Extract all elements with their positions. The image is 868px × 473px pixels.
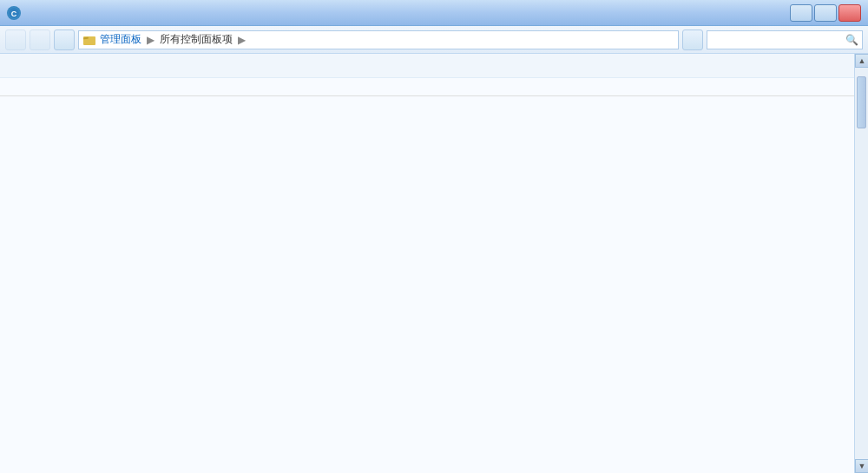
content-area — [0, 54, 854, 473]
close-button[interactable] — [838, 4, 861, 22]
window-icon: C — [7, 6, 21, 20]
minimize-button[interactable] — [790, 4, 812, 22]
view-header — [0, 54, 854, 78]
scroll-up-button[interactable]: ▲ — [855, 54, 868, 68]
refresh-button[interactable] — [682, 30, 703, 50]
svg-text:C: C — [11, 10, 17, 18]
forward-button[interactable] — [30, 30, 50, 50]
title-bar-controls — [790, 4, 861, 22]
title-bar-left: C — [7, 6, 26, 20]
up-button[interactable] — [54, 30, 75, 50]
nav-bar: 管理面板 ▶ 所有控制面板项 ▶ 🔍 — [0, 26, 868, 54]
watermark — [0, 28, 10, 31]
title-bar: C — [0, 0, 868, 26]
address-part-1: 管理面板 — [100, 32, 141, 47]
search-box[interactable]: 🔍 — [707, 30, 863, 49]
scroll-thumb[interactable] — [857, 76, 866, 128]
page-title — [0, 78, 854, 96]
folder-icon — [82, 33, 96, 47]
scroll-down-button[interactable]: ▼ — [855, 459, 868, 473]
restore-button[interactable] — [814, 4, 837, 22]
search-input[interactable] — [711, 35, 842, 45]
address-part-2: 所有控制面板项 — [160, 32, 233, 47]
scrollbar[interactable]: ▲ ▼ — [854, 54, 868, 473]
address-separator-2: ▶ — [238, 34, 246, 46]
back-button[interactable] — [5, 30, 26, 50]
main-area: ▲ ▼ — [0, 54, 868, 473]
address-bar[interactable]: 管理面板 ▶ 所有控制面板项 ▶ — [78, 30, 679, 49]
scroll-track[interactable] — [855, 68, 868, 459]
address-separator-1: ▶ — [147, 34, 155, 46]
search-icon[interactable]: 🔍 — [845, 34, 858, 46]
